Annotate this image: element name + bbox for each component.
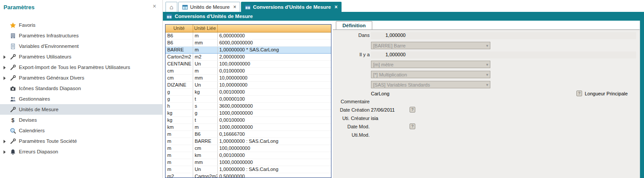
table-row[interactable]: kmm1000,00000000 [165, 124, 331, 131]
table-cell[interactable]: t [193, 95, 217, 102]
table-cell[interactable]: 0,00000100 [217, 95, 331, 102]
table-cell[interactable]: kg [165, 116, 193, 124]
table-cell[interactable]: 10,00000000 [217, 74, 331, 81]
table-cell[interactable]: 1000,00000000 [217, 159, 331, 166]
table-row[interactable]: mBARRE1,00000000 : SAS.CarLong [165, 138, 331, 145]
sidebar-item-export-import-de-tous-les-param-tres-utilisateurs[interactable]: Export-Import de Tous les Paramètres Uti… [0, 62, 162, 73]
expand-arrow-icon[interactable] [3, 65, 7, 69]
expand-arrow-icon[interactable] [3, 55, 7, 59]
table-cell[interactable]: 100,00000000 [217, 60, 331, 67]
table-cell[interactable]: m [165, 138, 193, 145]
table-cell[interactable]: cm [193, 145, 217, 152]
table-cell[interactable]: 10,00000000 [217, 81, 331, 88]
sidebar-close-icon[interactable]: × [153, 3, 156, 9]
table-row[interactable]: mmm1000,00000000 [165, 159, 331, 166]
expand-arrow-icon[interactable] [3, 76, 7, 80]
sidebar-item-calendriers[interactable]: Calendriers [0, 125, 162, 136]
table-cell[interactable]: B6 [165, 32, 193, 39]
table-cell[interactable]: 6000,00000000 [217, 39, 331, 46]
sidebar-item-gestionnaires[interactable]: Gestionnaires [0, 94, 162, 104]
date-mod-help-button[interactable]: ? [410, 124, 415, 129]
table-cell[interactable]: m2 [193, 53, 217, 60]
conversions-table[interactable]: UnitéUnité Liée B6m6,00000000B6mm6000,00… [165, 24, 331, 178]
table-cell[interactable]: km [193, 152, 217, 159]
table-cell[interactable]: 1000,00000000 [217, 109, 331, 116]
table-cell[interactable]: DIZAINE [165, 81, 193, 88]
sidebar-item-devises[interactable]: Devises [0, 115, 162, 125]
table-cell[interactable]: m [165, 159, 193, 166]
table-row[interactable]: gt0,00000100 [165, 95, 331, 102]
sidebar-item-ic-nes-standards-diapason[interactable]: Icônes Standards Diapason [0, 83, 162, 94]
table-row[interactable]: CENTAINEUn100,00000000 [165, 60, 331, 67]
operation-select[interactable]: [*] Multiplication ▾ [371, 71, 490, 78]
table-row[interactable]: kgg1000,00000000 [165, 109, 331, 116]
sidebar-item-unit-s-de-mesure[interactable]: Unités de Mesure [0, 104, 162, 115]
table-cell[interactable]: mm [193, 39, 217, 46]
table-row[interactable]: gkg0,00100000 [165, 88, 331, 95]
table-row[interactable]: DIZAINEUn10,00000000 [165, 81, 331, 88]
vertical-scrollbar[interactable] [640, 21, 644, 178]
table-cell[interactable]: BARRE [165, 46, 193, 53]
tab-home[interactable]: ⌂ [165, 2, 177, 12]
sidebar-item-variables-d-environnement[interactable]: Variables d'Environnement [0, 41, 162, 51]
tab-conversions-unites-de-mesure[interactable]: Conversions d'Unités de Mesure × [241, 2, 342, 12]
scrollbar-thumb[interactable] [640, 21, 644, 178]
table-cell[interactable]: g [165, 95, 193, 102]
table-cell[interactable]: kg [193, 88, 217, 95]
table-cell[interactable]: h [165, 102, 193, 109]
table-row[interactable]: hs3600,00000000 [165, 102, 331, 109]
table-cell[interactable]: g [193, 109, 217, 116]
table-cell[interactable]: s [193, 102, 217, 109]
table-row[interactable]: mB60,16666700 [165, 131, 331, 138]
table-cell[interactable]: cm [165, 74, 193, 81]
table-cell[interactable]: m [193, 32, 217, 39]
table-cell[interactable]: m [165, 145, 193, 152]
table-cell[interactable]: m2 [165, 173, 193, 178]
table-cell[interactable]: 0,01000000 [217, 67, 331, 74]
table-cell[interactable]: m [165, 166, 193, 173]
expand-arrow-icon[interactable] [3, 139, 7, 143]
table-cell[interactable]: cm [165, 67, 193, 74]
table-row[interactable]: mkm0,00100000 [165, 152, 331, 159]
table-row[interactable]: mUn1,00000000 : SAS.CarLong [165, 166, 331, 173]
table-cell[interactable]: mm [193, 159, 217, 166]
table-row[interactable]: mcm100,00000000 [165, 145, 331, 152]
column-header[interactable]: Unité [165, 25, 193, 32]
ilya-unit-select[interactable]: [m] mètre ▾ [371, 61, 490, 68]
longueur-principale-checkbox[interactable]: ? [576, 91, 582, 96]
table-cell[interactable]: CENTAINE [165, 60, 193, 67]
table-cell[interactable]: m [165, 131, 193, 138]
table-cell[interactable]: g [165, 88, 193, 95]
table-cell[interactable]: 0,00100000 [217, 152, 331, 159]
sidebar-item-param-tres-infrastructures[interactable]: Paramètres Infrastructures [0, 30, 162, 41]
table-cell[interactable]: B6 [193, 131, 217, 138]
table-row[interactable]: BARREm1,00000000 * SAS.CarLong [165, 46, 331, 53]
expand-arrow-icon[interactable] [3, 150, 7, 154]
table-cell[interactable]: 6,00000000 [217, 32, 331, 39]
sidebar-item-favoris[interactable]: Favoris [0, 20, 162, 30]
table-row[interactable]: Carton2m2m22,00000000 [165, 53, 331, 60]
sidebar-item-param-tres-utilisateurs[interactable]: Paramètres Utilisateurs [0, 51, 162, 62]
close-icon[interactable]: × [335, 4, 338, 10]
table-row[interactable]: m2Carton2m20,50000000 [165, 173, 331, 178]
close-icon[interactable]: × [233, 4, 236, 10]
table-cell[interactable]: m [193, 67, 217, 74]
column-header[interactable] [217, 25, 331, 32]
table-cell[interactable]: Un [193, 60, 217, 67]
table-cell[interactable]: kg [165, 109, 193, 116]
date-creation-help-button[interactable]: ? [410, 107, 415, 113]
table-row[interactable]: B6mm6000,00000000 [165, 39, 331, 46]
table-cell[interactable]: 0,00100000 [217, 88, 331, 95]
table-cell[interactable]: 1,00000000 * SAS.CarLong [217, 46, 331, 53]
table-cell[interactable]: mm [193, 74, 217, 81]
table-cell[interactable]: 0,16666700 [217, 131, 331, 138]
table-cell[interactable]: Un [193, 81, 217, 88]
table-cell[interactable]: km [165, 124, 193, 131]
table-cell[interactable]: Un [193, 166, 217, 173]
table-cell[interactable]: 2,00000000 [217, 53, 331, 60]
table-cell[interactable]: m [193, 46, 217, 53]
variable-group-select[interactable]: [SAS] Variables Standards ▾ [371, 81, 490, 88]
table-cell[interactable]: BARRE [193, 138, 217, 145]
table-cell[interactable]: m [193, 124, 217, 131]
sidebar-item-param-tres-toute-soci-t[interactable]: Paramètres Toute Société [0, 136, 162, 146]
